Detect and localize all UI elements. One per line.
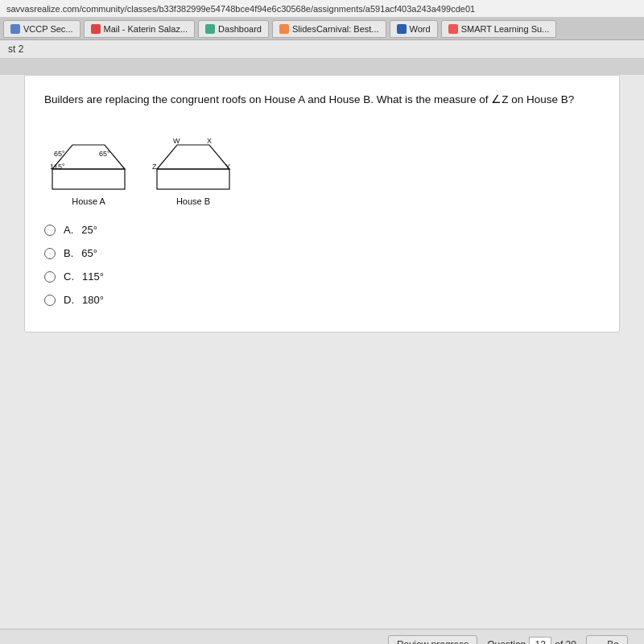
question-text: Builders are replacing the congruent roo… bbox=[44, 92, 600, 108]
choice-a[interactable]: A. 25° bbox=[44, 224, 600, 236]
choice-b[interactable]: B. 65° bbox=[44, 247, 600, 259]
choice-d-value: 180° bbox=[82, 294, 104, 306]
tab-smart[interactable]: SMART Learning Su... bbox=[441, 20, 557, 38]
tab-vccp[interactable]: VCCP Sec... bbox=[3, 20, 80, 38]
page-label: st 2 bbox=[0, 40, 644, 59]
choice-c-letter: C. bbox=[64, 270, 74, 283]
radio-c[interactable] bbox=[44, 271, 56, 283]
house-a-label: House A bbox=[72, 196, 105, 206]
svg-text:Y: Y bbox=[225, 163, 230, 171]
houses-container: 65° 65° 115° House A W X bbox=[44, 122, 600, 206]
tab-icon-mail bbox=[91, 24, 101, 34]
choice-c[interactable]: C. 115° bbox=[44, 270, 600, 283]
answer-choices: A. 25° B. 65° C. 115° D. 180° bbox=[44, 224, 600, 306]
tab-icon-word bbox=[397, 24, 407, 34]
choice-b-letter: B. bbox=[64, 247, 73, 259]
svg-text:X: X bbox=[207, 137, 212, 145]
house-b-svg: W X Z Y bbox=[149, 122, 237, 195]
of-total: of 30 bbox=[555, 639, 576, 645]
svg-rect-0 bbox=[52, 169, 125, 189]
svg-text:65°: 65° bbox=[99, 150, 110, 158]
tab-label-word: Word bbox=[410, 24, 431, 34]
svg-text:115°: 115° bbox=[50, 163, 65, 171]
svg-text:W: W bbox=[173, 137, 180, 145]
house-b-diagram: W X Z Y House B bbox=[149, 122, 237, 206]
tab-dashboard[interactable]: Dashboard bbox=[198, 20, 269, 38]
back-button[interactable]: ← Ba bbox=[586, 635, 628, 645]
tab-bar: VCCP Sec... Mail - Katerin Salaz... Dash… bbox=[0, 18, 644, 40]
tab-label-vccp: VCCP Sec... bbox=[23, 24, 73, 34]
tab-mail[interactable]: Mail - Katerin Salaz... bbox=[84, 20, 196, 38]
choice-a-letter: A. bbox=[64, 224, 73, 236]
tab-word[interactable]: Word bbox=[390, 20, 438, 38]
house-a-svg: 65° 65° 115° bbox=[44, 122, 133, 195]
tab-slidescarnival[interactable]: SlidesCarnival: Best... bbox=[272, 20, 386, 38]
review-progress-button[interactable]: Review progress bbox=[388, 635, 477, 645]
svg-marker-6 bbox=[157, 145, 229, 169]
question-card: Builders are replacing the congruent roo… bbox=[24, 75, 620, 332]
svg-text:Z: Z bbox=[152, 163, 157, 171]
question-number: 13 bbox=[529, 637, 551, 645]
choice-a-value: 25° bbox=[81, 224, 97, 236]
house-b-label: House B bbox=[176, 196, 210, 206]
address-bar: savvasrealize.com/community/classes/b33f… bbox=[0, 0, 644, 18]
choice-d[interactable]: D. 180° bbox=[44, 294, 600, 306]
bottom-bar: Review progress Question 13 of 30 ← Ba bbox=[0, 629, 644, 644]
radio-b[interactable] bbox=[44, 248, 56, 259]
house-a-diagram: 65° 65° 115° House A bbox=[44, 122, 133, 206]
tab-icon-vccp bbox=[10, 24, 20, 34]
tab-label-smart: SMART Learning Su... bbox=[461, 24, 550, 34]
question-info: Question 13 of 30 bbox=[487, 637, 576, 645]
tab-label-dashboard: Dashboard bbox=[218, 24, 262, 34]
question-label: Question bbox=[487, 639, 526, 645]
svg-text:65°: 65° bbox=[54, 150, 65, 158]
tab-icon-smart bbox=[448, 24, 458, 34]
url-text: savvasrealize.com/community/classes/b33f… bbox=[6, 4, 475, 14]
tab-label-mail: Mail - Katerin Salaz... bbox=[104, 24, 188, 34]
tab-icon-slides bbox=[279, 24, 289, 34]
main-content: Builders are replacing the congruent roo… bbox=[0, 75, 644, 644]
choice-b-value: 65° bbox=[81, 247, 97, 259]
radio-a[interactable] bbox=[44, 225, 56, 236]
radio-d[interactable] bbox=[44, 295, 56, 306]
tab-icon-dashboard bbox=[205, 24, 215, 34]
svg-rect-5 bbox=[157, 169, 229, 189]
tab-label-slides: SlidesCarnival: Best... bbox=[292, 24, 379, 34]
choice-c-value: 115° bbox=[82, 270, 104, 283]
choice-d-letter: D. bbox=[64, 294, 74, 306]
